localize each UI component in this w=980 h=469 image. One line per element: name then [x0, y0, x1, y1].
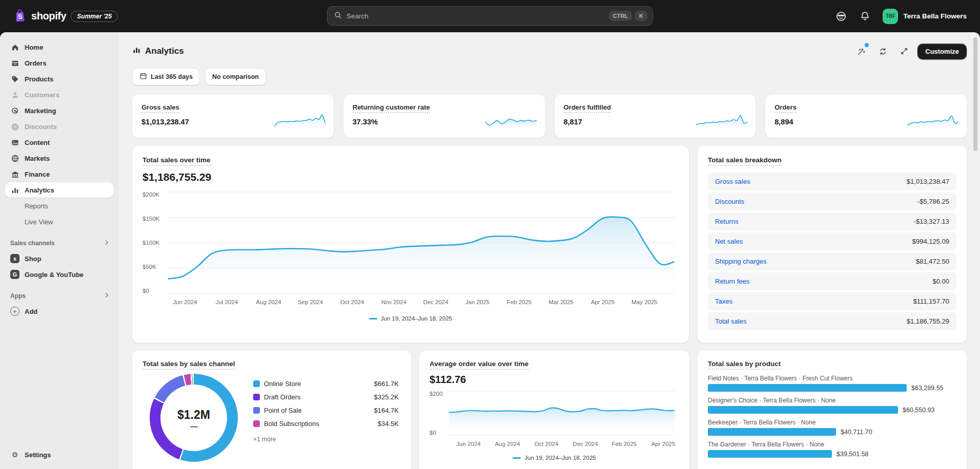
sidebar-section-label: Sales channels: [10, 240, 55, 247]
sidebar-item-label: Settings: [25, 451, 51, 459]
inbox-chat-icon[interactable]: [835, 11, 847, 22]
chevron-right-icon[interactable]: [104, 240, 110, 247]
sidebar-item-discounts[interactable]: Discounts: [5, 119, 114, 134]
kpi-card-orders-fulfilled[interactable]: Orders fulfilled8,817: [555, 95, 756, 138]
product-bar: [708, 406, 898, 414]
breakdown-rows: Gross sales$1,013,238.47Discounts-$5,786…: [708, 173, 956, 330]
card-title[interactable]: Total sales by sales channel: [142, 360, 235, 370]
sales-by-channel-card[interactable]: Total sales by sales channel $1.2M Onlin…: [132, 351, 411, 469]
average-order-value-card[interactable]: Average order value over time $112.76 $2…: [419, 351, 689, 469]
breakdown-link[interactable]: Gross sales: [715, 178, 750, 185]
edition-badge[interactable]: Summer '25: [71, 11, 118, 22]
notifications-bell-icon[interactable]: [859, 11, 870, 22]
card-title[interactable]: Total sales breakdown: [708, 156, 782, 166]
sidebar-item-reports[interactable]: Reports: [5, 198, 114, 214]
home-icon: [10, 42, 19, 52]
sidebar-item-google-youtube[interactable]: GGoogle & YouTube: [5, 267, 114, 282]
kpi-card-gross-sales[interactable]: Gross sales$1,013,238.47: [132, 95, 334, 138]
sidebar-item-finance[interactable]: Finance: [5, 166, 114, 182]
sidebar-item-marketing[interactable]: Marketing: [5, 103, 114, 118]
kpi-label[interactable]: Returning customer rate: [353, 103, 430, 113]
sidebar-item-markets[interactable]: Markets: [5, 151, 114, 166]
sales-by-product-card[interactable]: Total sales by product Field Notes · Ter…: [698, 351, 967, 469]
sidebar-item-add[interactable]: +Add: [5, 304, 114, 319]
sidebar-section-sales-channels[interactable]: Sales channels: [10, 240, 110, 247]
sidebar-item-content[interactable]: Content: [5, 135, 114, 150]
card-title[interactable]: Total sales over time: [142, 156, 211, 166]
sidebar-item-label: Marketing: [25, 107, 56, 115]
breakdown-value: $0.00: [932, 278, 949, 285]
customize-button[interactable]: Customize: [917, 44, 967, 59]
total-sales-chart: $200K$150K$100K$50K$0: [142, 191, 679, 294]
card-title[interactable]: Average order value over time: [430, 360, 528, 370]
x-tick-label: Apr 2025: [591, 299, 615, 305]
sidebar-item-analytics[interactable]: Analytics: [5, 182, 114, 198]
breakdown-row-net-sales[interactable]: Net sales$994,125.09: [708, 232, 956, 250]
legend-label: Online Store: [264, 380, 374, 388]
account-menu[interactable]: TBF Terra Bella Flowers: [883, 9, 967, 24]
product-row: Beekeeper · Terra Bella Flowers · None$4…: [708, 419, 956, 436]
products-icon: [10, 74, 19, 83]
kpi-label[interactable]: Gross sales: [141, 103, 179, 113]
sidebar-section-apps[interactable]: Apps: [10, 292, 110, 300]
shopify-brand[interactable]: S shopify Summer '25: [13, 8, 118, 25]
chevron-right-icon[interactable]: [104, 292, 110, 300]
legend-value: $164.7K: [374, 407, 399, 414]
x-tick-label: May 2025: [631, 299, 658, 305]
channel-legend-row: Online Store$661.7K: [253, 380, 399, 388]
product-row: Field Notes · Terra Bella Flowers · Fres…: [708, 375, 956, 392]
x-tick-label: Dec 2024: [423, 299, 448, 305]
sidebar-item-live-view[interactable]: Live View: [5, 214, 114, 229]
sidebar-item-settings[interactable]: ⚙ Settings: [5, 447, 114, 462]
bottom-row: Total sales by sales channel $1.2M Onlin…: [132, 351, 967, 469]
sidebar-item-orders[interactable]: Orders: [5, 55, 114, 71]
kpi-label[interactable]: Orders: [774, 103, 797, 113]
kpi-card-returning-customer-rate[interactable]: Returning customer rate37.33%: [343, 95, 545, 138]
breakdown-link[interactable]: Taxes: [715, 297, 732, 305]
magic-insights-button[interactable]: [853, 43, 869, 59]
y-axis-labels: $200K$150K$100K$50K$0: [142, 191, 168, 294]
breakdown-link[interactable]: Total sales: [715, 317, 746, 325]
vertical-scrollbar[interactable]: [973, 37, 977, 151]
search-bar[interactable]: CTRL K: [327, 6, 653, 26]
breakdown-row-taxes[interactable]: Taxes$111,157.70: [708, 292, 956, 310]
expand-fullscreen-icon-button[interactable]: [896, 43, 912, 59]
product-bar-line: $39,501.58: [708, 450, 956, 458]
breakdown-value: $81,472.50: [916, 258, 949, 265]
breakdown-link[interactable]: Returns: [715, 218, 739, 225]
breakdown-row-gross-sales[interactable]: Gross sales$1,013,238.47: [708, 173, 956, 190]
comparison-button[interactable]: No comparison: [205, 68, 266, 86]
sidebar-item-shop[interactable]: sShop: [5, 251, 114, 266]
legend-more-label[interactable]: +1 more: [253, 436, 399, 443]
breakdown-row-discounts[interactable]: Discounts-$5,786.25: [708, 193, 956, 210]
sidebar-item-customers[interactable]: Customers: [5, 87, 114, 102]
breakdown-link[interactable]: Shipping charges: [715, 258, 766, 265]
breakdown-link[interactable]: Return fees: [715, 278, 749, 285]
legend-swatch: [253, 420, 260, 427]
breakdown-row-returns[interactable]: Returns-$13,327.13: [708, 212, 956, 230]
aov-value: $112.76: [430, 374, 679, 386]
kpi-label[interactable]: Orders fulfilled: [564, 103, 611, 113]
sidebar-item-home[interactable]: Home: [5, 39, 114, 55]
card-title[interactable]: Total sales by product: [708, 360, 781, 370]
breakdown-link[interactable]: Discounts: [715, 198, 744, 205]
x-tick-label: Aug 2024: [495, 441, 520, 447]
x-tick-label: Apr 2025: [651, 441, 676, 447]
search-input[interactable]: [346, 12, 606, 20]
breakdown-row-total-sales[interactable]: Total sales$1,186,755.29: [708, 312, 956, 330]
main-content: Analytics Customize: [119, 32, 980, 469]
product-label: Beekeeper · Terra Bella Flowers · None: [708, 419, 956, 426]
breakdown-row-shipping-charges[interactable]: Shipping charges$81,472.50: [708, 252, 956, 270]
date-range-button[interactable]: Last 365 days: [132, 68, 200, 86]
workspace: HomeOrdersProductsCustomersMarketingDisc…: [0, 32, 980, 469]
refresh-icon-button[interactable]: [874, 43, 891, 59]
breakdown-link[interactable]: Net sales: [715, 238, 743, 245]
total-sales-over-time-card[interactable]: Total sales over time $1,186,755.29 $200…: [132, 146, 689, 343]
kpi-card-orders[interactable]: Orders8,894: [765, 95, 967, 138]
legend-value: $34.5K: [378, 420, 399, 428]
search-icon: [334, 11, 342, 22]
kpi-sparkline: [696, 113, 747, 131]
sidebar-item-products[interactable]: Products: [5, 71, 114, 87]
breakdown-row-return-fees[interactable]: Return fees$0.00: [708, 272, 956, 290]
product-bar: [708, 428, 836, 436]
